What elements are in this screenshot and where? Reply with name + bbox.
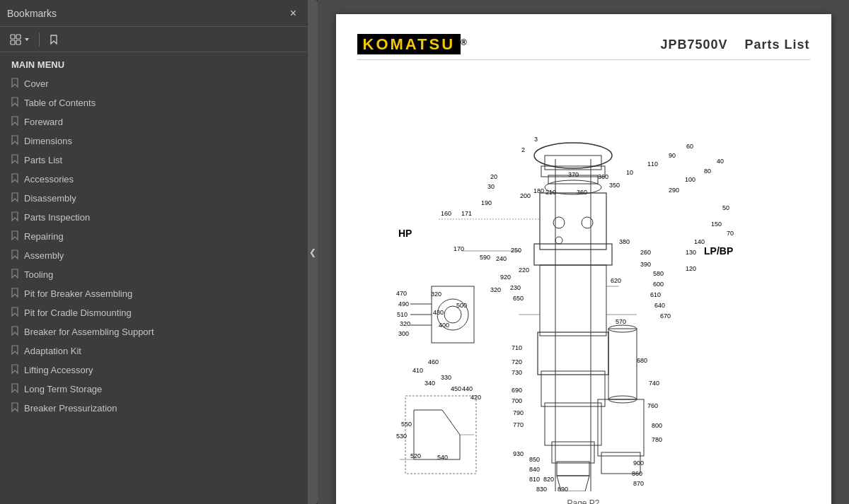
svg-text:930: 930 xyxy=(513,450,524,457)
bookmark-item-long-term-storage[interactable]: Long Term Storage xyxy=(0,380,308,399)
bookmark-ribbon-icon xyxy=(11,269,18,281)
bookmark-item-breaker-assembling-support[interactable]: Breaker for Assembling Support xyxy=(0,322,308,341)
page-header: KOMATSU® JPB7500V Parts List xyxy=(357,35,810,60)
svg-text:90: 90 xyxy=(669,152,676,159)
svg-text:330: 330 xyxy=(441,374,451,381)
bookmarks-list[interactable]: MAIN MENUCoverTable of ContentsForewardD… xyxy=(0,52,308,504)
bookmark-item-parts-list[interactable]: Parts List xyxy=(0,151,308,170)
bookmark-ribbon-icon xyxy=(11,116,18,128)
svg-text:100: 100 xyxy=(685,176,695,183)
bookmark-ribbon-icon xyxy=(11,250,18,262)
svg-text:700: 700 xyxy=(512,397,522,404)
svg-text:880: 880 xyxy=(635,490,645,491)
bookmark-ribbon-icon xyxy=(11,97,18,109)
svg-text:50: 50 xyxy=(722,204,729,211)
bookmark-item-tooling[interactable]: Tooling xyxy=(0,265,308,284)
svg-text:720: 720 xyxy=(512,358,522,365)
svg-text:240: 240 xyxy=(496,255,507,262)
bookmark-label-toc: Table of Contents xyxy=(24,98,96,108)
bookmark-ribbon-icon xyxy=(11,135,18,147)
svg-text:230: 230 xyxy=(510,284,521,291)
svg-text:250: 250 xyxy=(511,247,521,254)
bookmarks-panel: Bookmarks × MAIN MENUCoverTable of Conte… xyxy=(0,0,308,504)
svg-text:170: 170 xyxy=(454,245,464,252)
svg-rect-130 xyxy=(598,399,644,456)
svg-text:600: 600 xyxy=(653,281,664,288)
bookmark-label-lifting-accessory: Lifting Accessory xyxy=(24,365,93,375)
svg-rect-100 xyxy=(545,156,601,170)
svg-text:790: 790 xyxy=(513,409,524,416)
expand-all-button[interactable] xyxy=(6,32,35,47)
svg-text:30: 30 xyxy=(487,183,495,190)
bookmark-label-adaptation-kit: Adaptation Kit xyxy=(24,346,81,356)
svg-text:300: 300 xyxy=(398,330,409,337)
svg-text:40: 40 xyxy=(717,158,724,165)
svg-text:80: 80 xyxy=(704,168,711,175)
svg-text:320: 320 xyxy=(400,320,410,327)
svg-text:690: 690 xyxy=(512,387,522,394)
svg-text:810: 810 xyxy=(529,476,540,483)
close-button[interactable]: × xyxy=(286,6,301,20)
svg-text:830: 830 xyxy=(536,486,547,491)
svg-text:60: 60 xyxy=(686,143,693,150)
bookmark-item-dimensions[interactable]: Dimensions xyxy=(0,131,308,151)
svg-text:130: 130 xyxy=(686,249,696,256)
svg-rect-0 xyxy=(11,35,15,39)
bookmark-label-tooling: Tooling xyxy=(24,269,53,280)
bookmark-item-repairing[interactable]: Repairing xyxy=(0,227,308,246)
svg-rect-117 xyxy=(541,371,605,406)
bookmark-ribbon-icon xyxy=(11,192,18,204)
svg-text:430: 430 xyxy=(433,309,444,316)
document-title: JPB7500V Parts List xyxy=(660,37,809,52)
svg-point-103 xyxy=(545,180,601,194)
svg-rect-115 xyxy=(540,265,606,336)
bookmark-item-cover[interactable]: Cover xyxy=(0,74,308,93)
svg-text:890: 890 xyxy=(558,486,568,491)
bookmark-item-lifting-accessory[interactable]: Lifting Accessory xyxy=(0,361,308,380)
bookmark-item-disassembly[interactable]: Disassembly xyxy=(0,189,308,208)
bookmark-ribbon-icon xyxy=(11,383,18,395)
bookmark-item-toc[interactable]: Table of Contents xyxy=(0,93,308,112)
svg-text:440: 440 xyxy=(462,385,473,392)
bookmark-item-adaptation-kit[interactable]: Adaptation Kit xyxy=(0,341,308,361)
bookmark-label-disassembly: Disassembly xyxy=(24,193,76,204)
svg-text:HP: HP xyxy=(398,228,412,239)
bookmark-item-pit-cradle-dismounting[interactable]: Pit for Cradle Dismounting xyxy=(0,303,308,322)
svg-text:570: 570 xyxy=(616,318,626,325)
svg-point-111 xyxy=(444,306,461,323)
bookmark-item-breaker-pressurization[interactable]: Breaker Pressurization xyxy=(0,399,308,418)
svg-text:850: 850 xyxy=(529,456,540,463)
bookmark-item-pit-breaker-assembling[interactable]: Pit for Breaker Assembling xyxy=(0,284,308,303)
expand-icon xyxy=(10,34,21,45)
svg-text:320: 320 xyxy=(431,291,441,298)
svg-text:LP/BP: LP/BP xyxy=(704,245,733,257)
svg-text:740: 740 xyxy=(649,380,659,387)
bookmark-ribbon-icon xyxy=(11,307,18,319)
document-panel: ↖ KOMATSU® JPB7500V Parts List HP LP/BP … xyxy=(318,0,849,504)
bookmark-label-breaker-pressurization: Breaker Pressurization xyxy=(24,403,117,414)
svg-text:190: 190 xyxy=(481,199,492,206)
svg-text:460: 460 xyxy=(428,358,439,365)
bookmark-label-cover: Cover xyxy=(24,78,49,89)
svg-text:470: 470 xyxy=(396,290,407,297)
bookmark-view-button[interactable] xyxy=(44,32,64,47)
svg-text:420: 420 xyxy=(470,394,481,401)
svg-rect-105 xyxy=(534,244,612,265)
svg-text:120: 120 xyxy=(686,265,696,272)
bookmark-item-assembly[interactable]: Assembly xyxy=(0,246,308,265)
svg-text:380: 380 xyxy=(619,238,630,245)
svg-text:820: 820 xyxy=(543,476,554,483)
bookmark-item-foreword[interactable]: Foreward xyxy=(0,112,308,131)
svg-text:780: 780 xyxy=(652,436,662,443)
svg-text:160: 160 xyxy=(441,210,451,217)
svg-text:3: 3 xyxy=(534,136,538,143)
svg-text:640: 640 xyxy=(654,302,665,309)
svg-text:510: 510 xyxy=(397,311,408,318)
bookmarks-toolbar xyxy=(0,27,308,52)
bookmark-item-main-menu[interactable]: MAIN MENU xyxy=(0,55,308,74)
svg-text:710: 710 xyxy=(512,344,522,351)
parts-diagram-svg: HP LP/BP 3 2 20 30 370 360 350 10 110 90… xyxy=(357,74,810,491)
collapse-panel-button[interactable]: ❮ xyxy=(308,0,318,504)
bookmark-item-accessories[interactable]: Accessories xyxy=(0,170,308,189)
bookmark-item-parts-inspection[interactable]: Parts Inspection xyxy=(0,208,308,227)
